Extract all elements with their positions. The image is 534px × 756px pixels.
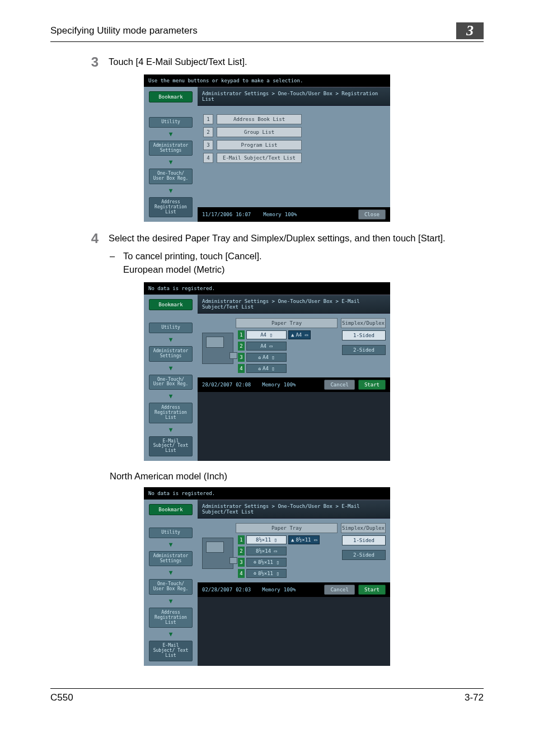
breadcrumb: Administrator Settings > One-Touch/User … xyxy=(198,500,390,519)
status-time: 16:07 xyxy=(236,212,251,217)
chevron-down-icon: ▼ xyxy=(169,427,173,433)
nav-utility[interactable]: Utility xyxy=(149,528,193,538)
bookmark-button[interactable]: Bookmark xyxy=(149,299,193,310)
nav-utility[interactable]: Utility xyxy=(149,323,193,333)
paper-tray-panel: Paper Tray Simplex/Duplex 1 A4 ▯ ▲A4 ▭ 2… xyxy=(198,314,390,377)
one-sided-button[interactable]: 1-Sided xyxy=(342,330,386,340)
menu-index: 4 xyxy=(203,153,213,163)
tray-3-button[interactable]: ♻8½×11 ▯ xyxy=(246,558,287,567)
chevron-down-icon: ▼ xyxy=(169,188,173,194)
nav-email-subject-text-list[interactable]: E-Mail Subject/ Text List xyxy=(149,436,193,456)
footer-model: C550 xyxy=(50,692,73,703)
breadcrumb: Administrator Settings > One-Touch/User … xyxy=(198,295,390,314)
page-footer: C550 3-72 xyxy=(50,688,484,703)
status-time: 02:08 xyxy=(236,382,251,388)
status-time: 02:03 xyxy=(236,587,251,592)
menu-address-book-list[interactable]: Address Book List xyxy=(217,114,302,124)
status-memory-label: Memory xyxy=(263,212,282,217)
status-memory-label: Memory xyxy=(262,382,280,388)
sub-line-1: To cancel printing, touch [Cancel]. xyxy=(123,251,262,261)
header-title: Specifying Utility mode parameters xyxy=(50,25,198,36)
status-bar: 28/02/2007 02:08 Memory 100% Cancel Star… xyxy=(198,377,390,392)
step-4: 4 Select the desired Paper Tray and Simp… xyxy=(73,232,484,245)
menu-email-subject-text-list[interactable]: E-Mail Subject/Text List xyxy=(217,153,302,163)
close-button[interactable]: Close xyxy=(358,209,386,220)
nav-address-registration-list[interactable]: Address Registration List xyxy=(149,403,193,423)
printer-icon xyxy=(202,333,233,364)
nav-onetouch[interactable]: One-Touch/ User Box Reg. xyxy=(149,169,193,184)
recycle-icon: ♻ xyxy=(258,366,261,371)
tray-4-button[interactable]: ♻8½×11 ▯ xyxy=(246,569,287,578)
menu-group-list[interactable]: Group List xyxy=(217,127,302,137)
sub-line-2: European model (Metric) xyxy=(123,264,225,274)
step-number: 4 xyxy=(73,232,109,245)
one-sided-button[interactable]: 1-Sided xyxy=(342,535,386,545)
bookmark-button[interactable]: Bookmark xyxy=(149,504,193,515)
status-date: 02/28/2007 xyxy=(202,587,232,592)
bookmark-button[interactable]: Bookmark xyxy=(149,91,193,102)
nav-onetouch[interactable]: One-Touch/ User Box Reg. xyxy=(149,579,193,595)
step-4-sub: – To cancel printing, touch [Cancel]. Eu… xyxy=(110,250,484,277)
tray-2-button[interactable]: 8½×14 ▭ xyxy=(246,547,287,556)
menu-program-list[interactable]: Program List xyxy=(217,140,302,150)
tray-1-button[interactable]: 8½×11 ▯ xyxy=(246,535,287,544)
dash: – xyxy=(110,250,123,277)
tray-2-button[interactable]: A4 ▭ xyxy=(246,342,287,351)
tray-4-button[interactable]: ♻A4 ▯ xyxy=(246,364,287,373)
chevron-down-icon: ▼ xyxy=(169,393,173,399)
printer-icon xyxy=(202,538,233,569)
recycle-icon: ♻ xyxy=(254,571,256,576)
nav-utility[interactable]: Utility xyxy=(149,117,193,128)
breadcrumb: Administrator Settings > One-Touch/User … xyxy=(198,87,390,106)
two-sided-button[interactable]: 2-Sided xyxy=(342,345,386,355)
hint-bar: Use the menu buttons or keypad to make a… xyxy=(144,74,390,87)
tray-num: 3 xyxy=(238,353,245,362)
start-button[interactable]: Start xyxy=(358,585,386,595)
step-3: 3 Touch [4 E-Mail Subject/Text List]. xyxy=(73,55,484,69)
chapter-badge: 3 xyxy=(456,22,484,39)
col-simplex-duplex: Simplex/Duplex xyxy=(341,523,386,533)
status-memory-label: Memory xyxy=(262,587,280,592)
bypass-icon: ▲ xyxy=(291,537,294,543)
paper-tray-panel: Paper Tray Simplex/Duplex 1 8½×11 ▯ ▲8½×… xyxy=(198,519,390,582)
menu-index: 2 xyxy=(203,127,213,137)
nav-admin-settings[interactable]: Administrator Settings xyxy=(149,346,193,362)
page-header: Specifying Utility mode parameters 3 xyxy=(50,22,484,42)
chevron-down-icon: ▼ xyxy=(169,159,173,165)
status-memory-value: 100% xyxy=(284,382,296,388)
start-button[interactable]: Start xyxy=(358,380,386,390)
status-bar: 02/28/2007 02:03 Memory 100% Cancel Star… xyxy=(198,582,390,597)
tray-1-button[interactable]: A4 ▯ xyxy=(246,330,287,339)
bypass-tray-button[interactable]: ▲A4 ▭ xyxy=(288,330,311,339)
cancel-button[interactable]: Cancel xyxy=(324,380,355,390)
nav-email-subject-text-list[interactable]: E-Mail Subject/ Text List xyxy=(149,641,193,661)
cancel-button[interactable]: Cancel xyxy=(324,585,355,595)
tray-num: 1 xyxy=(238,330,245,339)
step-text: Select the desired Paper Tray and Simple… xyxy=(109,232,484,245)
nav-onetouch[interactable]: One-Touch/ User Box Reg. xyxy=(149,375,193,390)
left-nav: Bookmark Utility ▼ Administrator Setting… xyxy=(144,87,198,222)
screenshot-inch: No data is registered. Bookmark Utility … xyxy=(144,487,390,666)
nav-admin-settings[interactable]: Administrator Settings xyxy=(149,551,193,567)
left-nav: Bookmark Utility ▼ Administrator Setting… xyxy=(144,500,198,666)
footer-page: 3-72 xyxy=(465,692,484,703)
nav-address-registration-list[interactable]: Address Registration List xyxy=(149,608,193,628)
hint-bar: No data is registered. xyxy=(144,282,390,295)
left-nav: Bookmark Utility ▼ Administrator Setting… xyxy=(144,295,198,461)
chevron-down-icon: ▼ xyxy=(169,337,173,343)
tray-3-button[interactable]: ♻A4 ▯ xyxy=(246,353,287,362)
nav-address-registration-list[interactable]: Address Registration List xyxy=(149,197,193,217)
bypass-tray-button[interactable]: ▲8½×11 ▭ xyxy=(288,535,320,544)
two-sided-button[interactable]: 2-Sided xyxy=(342,550,386,560)
tray-num: 2 xyxy=(238,547,245,556)
chevron-down-icon: ▼ xyxy=(169,631,173,637)
tray-num: 4 xyxy=(238,569,245,578)
recycle-icon: ♻ xyxy=(254,559,256,564)
nav-admin-settings[interactable]: Administrator Settings xyxy=(149,141,193,156)
menu-index: 3 xyxy=(203,140,213,150)
step-number: 3 xyxy=(73,55,109,69)
chevron-down-icon: ▼ xyxy=(169,131,173,137)
status-memory-value: 100% xyxy=(284,587,296,592)
chevron-down-icon: ▼ xyxy=(169,365,173,371)
menu-list: 1 Address Book List 2 Group List 3 Progr… xyxy=(198,106,390,207)
